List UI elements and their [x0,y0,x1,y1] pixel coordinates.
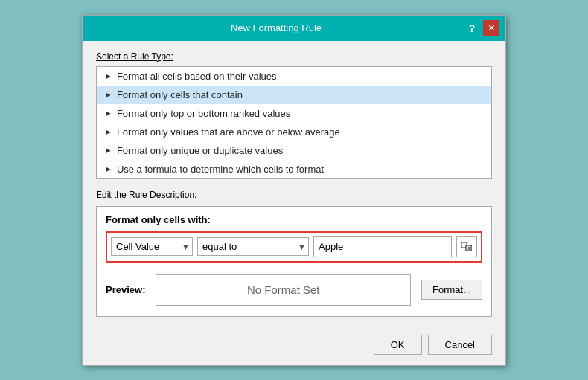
rule-item-label-3: Format only values that are above or bel… [117,126,340,138]
rule-item-label-2: Format only top or bottom ranked values [117,108,290,119]
range-collapse-icon [461,242,473,252]
cancel-button[interactable]: Cancel [428,335,492,355]
preview-row: Preview: No Format Set Format... [106,274,482,306]
no-format-text: No Format Set [247,283,320,296]
rule-item-label-0: Format all cells based on their values [117,71,277,82]
rule-item-label-4: Format only unique or duplicate values [117,145,283,156]
new-formatting-rule-dialog: New Formatting Rule ? ✕ Select a Rule Ty… [82,15,506,366]
condition-row: Cell Value Specific Text Dates Occurring… [106,231,482,263]
operator-dropdown-wrapper: between not between equal to not equal t… [197,237,309,256]
dialog-title: New Formatting Rule [231,22,322,33]
rule-item-label-1: Format only cells that contain [117,89,243,100]
arrow-icon-2: ► [104,109,112,117]
rule-item-0[interactable]: ► Format all cells based on their values [97,67,491,86]
cell-value-dropdown[interactable]: Cell Value Specific Text Dates Occurring… [111,237,193,256]
rule-item-4[interactable]: ► Format only unique or duplicate values [97,141,491,160]
value-input[interactable] [313,236,452,257]
arrow-icon-5: ► [104,164,112,173]
format-only-label: Format only cells with: [106,214,482,225]
title-bar-left: New Formatting Rule [89,22,464,33]
arrow-icon-1: ► [104,90,112,99]
rule-item-5[interactable]: ► Use a formula to determine which cells… [97,160,491,178]
edit-section: Edit the Rule Description: Format only c… [96,190,492,317]
title-bar-controls: ? ✕ [464,20,499,36]
close-button[interactable]: ✕ [483,20,499,36]
preview-label: Preview: [106,284,145,295]
rule-item-label-5: Use a formula to determine which cells t… [117,164,324,175]
arrow-icon-3: ► [104,127,112,136]
edit-section-box: Format only cells with: Cell Value Speci… [96,206,492,317]
arrow-icon-0: ► [104,71,112,80]
rule-type-list: ► Format all cells based on their values… [96,66,492,179]
collapse-range-button[interactable] [456,236,477,257]
arrow-icon-4: ► [104,146,112,155]
rule-item-2[interactable]: ► Format only top or bottom ranked value… [97,104,491,123]
format-button[interactable]: Format... [421,280,482,300]
ok-button[interactable]: OK [374,335,422,355]
rule-type-label: Select a Rule Type: [96,51,492,62]
rule-item-3[interactable]: ► Format only values that are above or b… [97,123,491,141]
title-bar: New Formatting Rule ? ✕ [83,16,505,41]
preview-box: No Format Set [156,274,411,306]
edit-section-label: Edit the Rule Description: [96,190,492,200]
cell-value-dropdown-wrapper: Cell Value Specific Text Dates Occurring… [111,237,193,256]
bottom-buttons: OK Cancel [83,327,505,365]
operator-dropdown[interactable]: between not between equal to not equal t… [197,237,309,256]
rule-item-1[interactable]: ► Format only cells that contain [97,86,491,104]
rule-type-section: Select a Rule Type: ► Format all cells b… [96,51,492,179]
help-button[interactable]: ? [464,20,480,36]
dialog-body: Select a Rule Type: ► Format all cells b… [83,41,505,327]
